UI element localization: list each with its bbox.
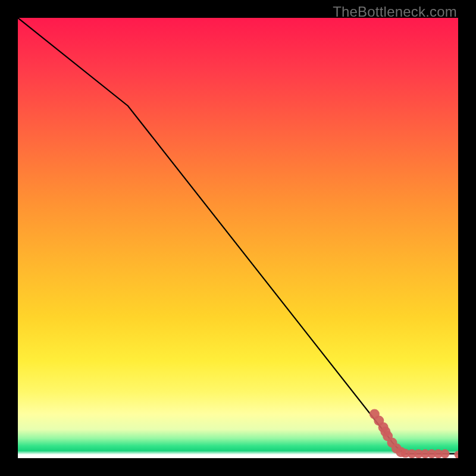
- scatter-dots: [369, 409, 458, 459]
- chart-frame: TheBottleneck.com: [0, 0, 476, 476]
- scatter-dot: [455, 451, 459, 458]
- plot-overlay: [18, 18, 458, 458]
- plot-area: [18, 18, 458, 458]
- scatter-dot: [440, 449, 449, 458]
- main-curve: [18, 18, 458, 454]
